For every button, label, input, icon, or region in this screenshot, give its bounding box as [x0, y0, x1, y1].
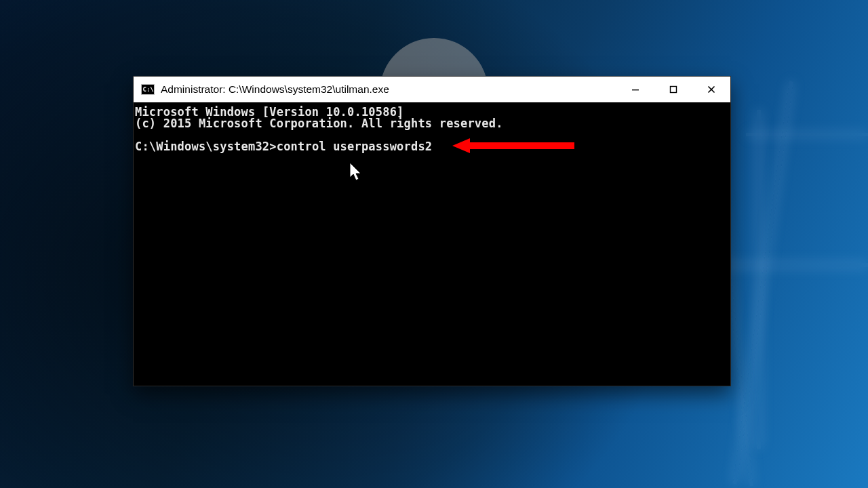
- decorative-beam: [746, 133, 868, 136]
- window-titlebar[interactable]: C:\ Administrator: C:\Windows\system32\u…: [134, 77, 730, 103]
- terminal-command[interactable]: control userpasswords2: [277, 140, 433, 153]
- desktop-background: C:\ Administrator: C:\Windows\system32\u…: [0, 0, 868, 488]
- command-prompt-window[interactable]: C:\ Administrator: C:\Windows\system32\u…: [133, 76, 731, 386]
- minimize-button[interactable]: [616, 77, 654, 102]
- maximize-button[interactable]: [654, 77, 692, 102]
- decorative-beam: [719, 263, 868, 267]
- close-button[interactable]: [692, 77, 730, 102]
- window-title: Administrator: C:\Windows\system32\utilm…: [161, 83, 389, 96]
- svg-rect-4: [671, 87, 677, 93]
- svg-rect-3: [632, 89, 639, 90]
- svg-text:C:\: C:\: [143, 86, 154, 93]
- terminal-line: (c) 2015 Microsoft Corporation. All righ…: [135, 117, 503, 130]
- terminal-output[interactable]: Microsoft Windows [Version 10.0.10586] (…: [134, 102, 730, 386]
- terminal-prompt: C:\Windows\system32>: [135, 140, 277, 153]
- decorative-beam: [757, 110, 761, 449]
- decorative-beam: [733, 81, 793, 485]
- cmd-icon: C:\: [140, 82, 155, 97]
